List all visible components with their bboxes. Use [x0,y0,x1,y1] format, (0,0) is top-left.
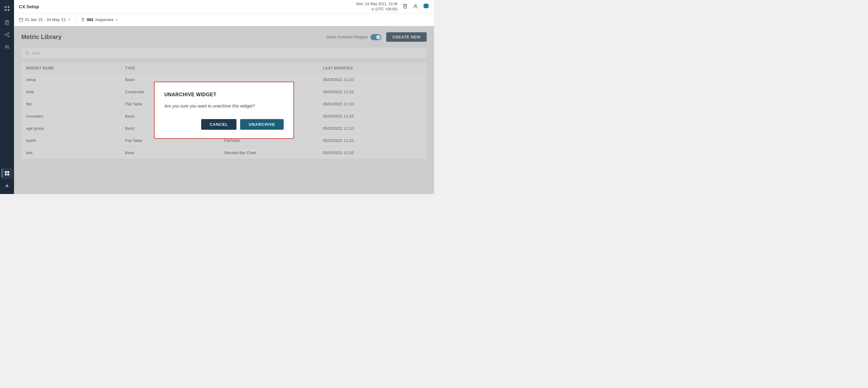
sidebar-item-clipboard[interactable] [2,17,12,28]
responses-count: 982 [87,17,93,22]
date-chevron-icon: ▼ [68,18,71,21]
svg-point-15 [8,46,9,47]
svg-rect-17 [7,171,9,173]
main-area: CX Setup Mon, 24 May 2021, 10:38 ⊙ (UTC … [14,0,434,194]
svg-rect-2 [5,9,6,11]
date-range-text: 01 Jan '21 - 24 May '21 [25,17,66,22]
responses-chevron-icon: ▼ [115,18,118,21]
svg-rect-1 [8,6,9,8]
filter-bar: 01 Jan '21 - 24 May '21 ▼ 982 responses … [14,13,434,26]
grid-icon[interactable] [2,3,12,14]
svg-rect-0 [5,6,6,8]
date-range-filter[interactable]: 01 Jan '21 - 24 May '21 ▼ [19,17,71,22]
modal-body: Are you sure you want to unarchive this … [164,103,284,109]
topbar-icons [402,3,429,10]
sidebar [0,0,14,194]
responses-filter[interactable]: 982 responses ▼ [75,17,118,22]
cancel-button[interactable]: CANCEL [201,119,237,130]
unarchive-button[interactable]: UNARCHIVE [240,119,284,130]
stack-icon[interactable] [423,3,429,10]
svg-point-10 [5,34,6,35]
topbar-right: Mon, 24 May 2021, 10:38 ⊙ (UTC +08:00) [356,2,429,12]
unarchive-modal: UNARCHIVE WIDGET Are you sure you want t… [154,82,294,139]
svg-point-9 [8,33,9,34]
svg-rect-26 [19,18,23,22]
calendar-icon [19,18,23,22]
svg-rect-16 [5,171,7,173]
svg-rect-21 [404,5,407,8]
app-title: CX Setup [19,4,39,9]
trash-icon[interactable] [402,3,408,10]
content-area: Metric Library Show Archived Widgets CRE… [14,26,434,194]
responses-label: responses [95,17,114,22]
sidebar-item-triangle[interactable] [2,180,12,191]
svg-point-24 [414,5,416,6]
svg-rect-3 [8,9,9,11]
svg-line-13 [6,35,8,36]
svg-point-11 [8,36,9,37]
filter-icon [81,18,85,22]
user-icon[interactable] [413,3,418,10]
sidebar-item-share[interactable] [2,29,12,40]
svg-rect-19 [7,174,9,175]
sidebar-item-widgets[interactable] [2,168,12,179]
svg-point-14 [6,46,7,47]
modal-actions: CANCEL UNARCHIVE [164,119,284,130]
sidebar-item-users[interactable] [2,41,12,52]
topbar: CX Setup Mon, 24 May 2021, 10:38 ⊙ (UTC … [14,0,434,13]
modal-overlay: UNARCHIVE WIDGET Are you sure you want t… [14,26,434,194]
datetime-display: Mon, 24 May 2021, 10:38 ⊙ (UTC +08:00) [356,2,398,12]
modal-title: UNARCHIVE WIDGET [164,92,284,97]
svg-rect-18 [5,174,7,175]
svg-rect-5 [6,20,8,21]
svg-marker-30 [81,18,84,21]
svg-line-12 [6,33,8,34]
svg-marker-20 [5,184,9,187]
